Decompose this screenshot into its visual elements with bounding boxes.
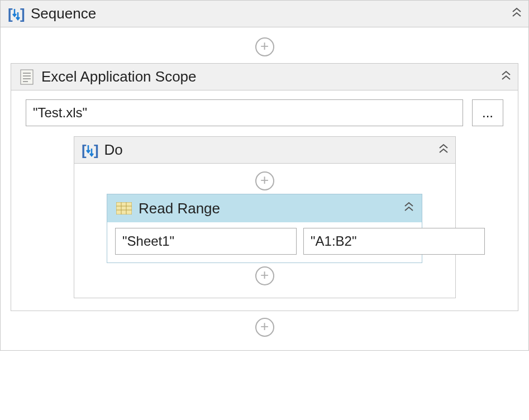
read-range-activity[interactable]: Read Range	[107, 194, 422, 263]
add-activity-button[interactable]	[255, 266, 274, 285]
sheet-name-input[interactable]	[115, 228, 297, 255]
excel-scope-title: Excel Application Scope	[41, 68, 197, 85]
do-header[interactable]: [ ] Do	[74, 137, 455, 164]
browse-file-button[interactable]: ...	[472, 99, 503, 126]
collapse-icon[interactable]	[403, 201, 415, 216]
collapse-icon[interactable]	[511, 6, 523, 22]
collapse-icon[interactable]	[437, 142, 450, 158]
read-range-header[interactable]: Read Range	[107, 194, 422, 222]
svg-text:[: [	[8, 6, 13, 22]
excel-scope-activity[interactable]: Excel Application Scope ...	[11, 63, 518, 311]
read-range-body	[107, 222, 422, 262]
add-activity-button[interactable]	[255, 37, 274, 56]
sequence-body: Excel Application Scope ...	[1, 27, 528, 350]
sequence-icon: [ ]	[80, 140, 100, 160]
svg-text:[: [	[82, 142, 87, 159]
read-range-title: Read Range	[139, 200, 220, 217]
do-title: Do	[104, 141, 123, 159]
excel-scope-header[interactable]: Excel Application Scope	[11, 64, 518, 90]
svg-text:]: ]	[94, 142, 98, 159]
add-activity-button[interactable]	[255, 318, 274, 337]
grid-icon	[114, 198, 134, 218]
do-activity[interactable]: [ ] Do	[74, 136, 456, 298]
collapse-icon[interactable]	[500, 69, 512, 85]
workbook-path-input[interactable]	[26, 99, 463, 126]
svg-rect-9	[116, 202, 132, 214]
do-body: Read Range	[74, 164, 455, 298]
add-activity-button[interactable]	[255, 171, 274, 190]
svg-rect-2	[21, 70, 33, 84]
sequence-header[interactable]: [ ] Sequence	[1, 1, 528, 27]
sequence-title: Sequence	[31, 5, 96, 22]
sequence-activity[interactable]: [ ] Sequence	[0, 0, 529, 351]
file-path-row: ...	[26, 99, 503, 126]
svg-text:]: ]	[20, 6, 25, 22]
list-icon	[17, 67, 37, 87]
excel-scope-body: ... [ ] Do	[11, 90, 518, 311]
range-input[interactable]	[303, 228, 485, 255]
sequence-icon: [ ]	[6, 4, 26, 24]
